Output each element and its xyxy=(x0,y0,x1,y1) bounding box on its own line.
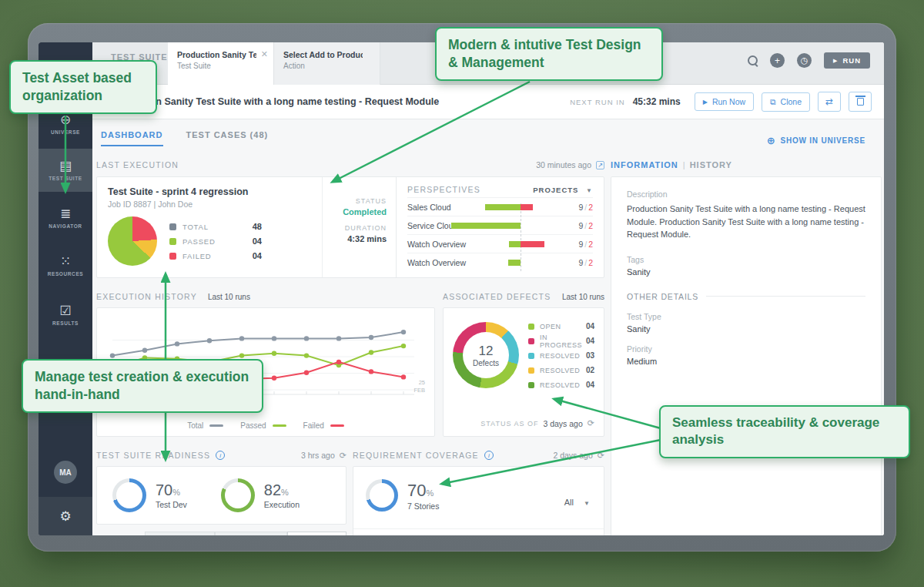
top-actions: + ◷ ▶ RUN xyxy=(748,52,870,69)
results-pie-chart xyxy=(108,216,157,266)
test-type-label: Test Type xyxy=(627,312,865,321)
status-as-of-value: 3 days ago xyxy=(543,419,582,428)
callout-traceability: Seamless traceability & coverage analysi… xyxy=(659,405,910,458)
navigator-list-icon: ≣ xyxy=(60,207,71,220)
show-in-universe-link[interactable]: ⊕ SHOW IN UNIVERSE xyxy=(767,135,865,146)
passed-count: 9 xyxy=(578,221,583,230)
duration-value: 4:32 mins xyxy=(323,234,387,243)
run-now-label: Run Now xyxy=(712,97,745,106)
tab-history[interactable]: HISTORY xyxy=(690,160,732,169)
sidebar-item-label: RESOURCES xyxy=(48,271,84,277)
legend-value: 04 xyxy=(253,251,262,260)
delete-button[interactable] xyxy=(849,92,872,112)
search-icon[interactable] xyxy=(748,55,758,65)
info-icon[interactable]: i xyxy=(216,451,225,460)
info-icon[interactable]: i xyxy=(484,451,494,460)
gauge-value: 70 xyxy=(156,481,172,498)
tablet-frame: ⊕ UNIVERSE ▤ TEST SUITE ≣ NAVIGATOR ⁙ RE… xyxy=(28,23,896,552)
add-icon[interactable]: + xyxy=(770,53,785,68)
run-button[interactable]: ▶ RUN xyxy=(824,52,870,69)
tab-subtitle: Test Suite xyxy=(177,62,256,70)
gauge-unit: % xyxy=(281,488,289,497)
divider: | xyxy=(683,160,685,169)
refresh-icon[interactable]: ⟳ xyxy=(588,418,594,428)
legend-value: 03 xyxy=(586,351,594,360)
priority-label: Priority xyxy=(627,344,865,354)
readiness-card: 70% Test Dev 82% Execution xyxy=(96,466,346,525)
donut-center: 12 Defects xyxy=(463,332,509,378)
last-execution-updated: 30 minutes ago xyxy=(536,160,591,169)
scenarios-button[interactable]: SCENARIOS xyxy=(145,532,215,535)
tab-title: Production Sanity Test S... xyxy=(177,50,256,59)
gauge-label: 7 Stories xyxy=(407,501,439,511)
projects-dropdown[interactable]: PROJECTS ▼ xyxy=(533,186,593,194)
test-cases-button[interactable]: TEST CASES xyxy=(215,532,288,535)
status-label: STATUS xyxy=(323,197,387,205)
tab-production-sanity[interactable]: Production Sanity Test S... Test Suite ✕ xyxy=(168,42,274,85)
recurring-run-button[interactable]: ⇄ xyxy=(818,92,841,112)
refresh-icon[interactable]: ⟳ xyxy=(340,451,346,461)
refresh-icon[interactable]: ⟳ xyxy=(598,451,604,461)
readiness-updated: 3 hrs ago xyxy=(301,451,335,460)
perspective-bars xyxy=(478,201,551,213)
tab-select-add-to-product[interactable]: Select Add to Product Action xyxy=(274,42,380,85)
perspective-row[interactable]: Service Cloud 9/2 xyxy=(407,216,593,234)
legend-label: Passed xyxy=(240,421,266,430)
priority-value: Medium xyxy=(627,357,865,366)
play-icon: ▶ xyxy=(833,58,838,64)
perspective-name: Watch Overview xyxy=(407,258,478,267)
passed-bar xyxy=(508,260,521,266)
perspective-name: Watch Overview xyxy=(407,240,478,249)
sidebar-item-test-suite[interactable]: ▤ TEST SUITE xyxy=(38,149,92,192)
marketing-canvas: ⊕ UNIVERSE ▤ TEST SUITE ≣ NAVIGATOR ⁙ RE… xyxy=(0,0,924,587)
coverage-filter-dropdown[interactable]: All ▼ xyxy=(564,498,590,507)
passed-bar xyxy=(509,241,521,247)
failed-count: 2 xyxy=(588,258,593,267)
actions-button[interactable]: ACTIONS xyxy=(287,532,346,535)
results-legend: TOTAL 48 PASSED 04 xyxy=(169,220,262,263)
sidebar-item-resources[interactable]: ⁙ RESOURCES xyxy=(38,249,92,283)
passed-swatch xyxy=(169,238,176,245)
legend-label: Failed xyxy=(303,421,324,430)
sidebar-item-navigator[interactable]: ≣ NAVIGATOR xyxy=(38,201,92,235)
run-now-button[interactable]: ▶ Run Now xyxy=(695,92,754,111)
coverage-filter-label: All xyxy=(564,498,574,507)
legend-label: RESOLVED xyxy=(540,352,586,360)
sidebar-item-results[interactable]: ☑ RESULTS xyxy=(38,298,92,332)
legend-label: IN PROGRESS xyxy=(540,334,586,349)
gauge-label: Execution xyxy=(264,500,300,509)
legend-value: 04 xyxy=(586,381,594,389)
legend-item: PASSED 04 xyxy=(169,234,262,249)
in-progress-swatch xyxy=(528,338,534,344)
tab-information[interactable]: INFORMATION xyxy=(611,160,678,169)
gauge-label: Test Dev xyxy=(156,500,187,509)
execution-status: STATUS Completed DURATION 4:32 mins xyxy=(322,177,396,277)
legend-label: TOTAL xyxy=(182,223,253,231)
settings-button[interactable]: ⚙ xyxy=(38,497,92,535)
failed-count: 2 xyxy=(588,203,593,212)
run-label: RUN xyxy=(842,56,861,65)
globe-icon: ⊕ xyxy=(767,135,776,146)
separator: / xyxy=(584,240,587,249)
total-swatch xyxy=(169,223,176,230)
passed-line-swatch xyxy=(273,424,286,427)
passed-count: 9 xyxy=(578,203,583,212)
perspective-row[interactable]: Watch Overview 9/2 xyxy=(407,234,593,253)
tab-dashboard[interactable]: DASHBOARD xyxy=(101,130,163,146)
last-execution-card: Test Suite - sprint 4 regression Job ID … xyxy=(96,176,604,278)
perspective-row[interactable]: Watch Overview 9/2 xyxy=(407,253,593,271)
legend-item: RESOLVED 03 xyxy=(528,348,594,363)
perspective-name: Sales Cloud xyxy=(407,203,478,212)
clone-button[interactable]: ⧉ Clone xyxy=(762,92,810,112)
avatar[interactable]: MA xyxy=(54,461,77,484)
suite-actions: NEXT RUN IN 45:32 mins ▶ Run Now ⧉ Clone… xyxy=(570,92,872,112)
test-suite-icon: ▤ xyxy=(59,159,72,173)
separator: / xyxy=(584,258,587,267)
tab-test-cases[interactable]: TEST CASES (48) xyxy=(186,130,269,146)
perspective-row[interactable]: Sales Cloud 9/2 xyxy=(407,197,593,216)
clock-icon[interactable]: ◷ xyxy=(797,53,812,68)
external-link-icon[interactable]: ↗ xyxy=(596,161,604,169)
close-icon[interactable]: ✕ xyxy=(261,49,268,59)
legend-label: PASSED xyxy=(182,237,253,246)
duration-label: DURATION xyxy=(323,224,387,232)
